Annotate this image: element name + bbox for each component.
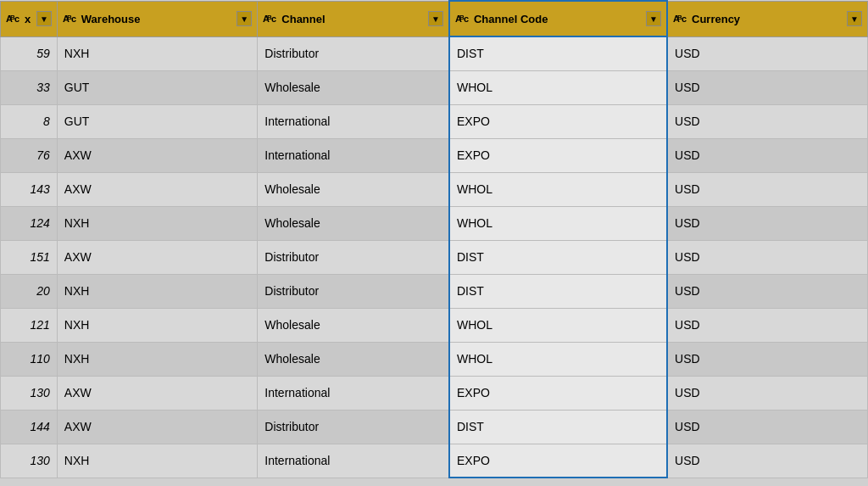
cell-currency: USD (667, 36, 867, 70)
table-row: 130NXHInternationalEXPOUSD (1, 444, 868, 478)
cell-index: 33 (1, 70, 58, 104)
cell-warehouse: NXH (57, 308, 257, 342)
cell-index: 121 (1, 308, 58, 342)
cell-warehouse: NXH (57, 36, 257, 70)
cell-warehouse: AXW (57, 138, 257, 172)
cell-channel: Wholesale (258, 342, 449, 376)
cell-channelcode: WHOL (449, 172, 667, 206)
cell-channelcode: WHOL (449, 308, 667, 342)
svg-text:c: c (464, 14, 469, 24)
cell-currency: USD (667, 308, 867, 342)
cell-channelcode: EXPO (449, 444, 667, 478)
cell-channelcode: WHOL (449, 70, 667, 104)
cell-index: 144 (1, 410, 58, 444)
cell-channel: Distributor (258, 36, 449, 70)
cell-currency: USD (667, 70, 867, 104)
cell-currency: USD (667, 206, 867, 240)
cell-channelcode: DIST (449, 410, 667, 444)
table-row: 110NXHWholesaleWHOLUSD (1, 342, 868, 376)
cell-warehouse: AXW (57, 376, 257, 410)
abc-sort-icon-index: ABc (6, 12, 21, 25)
col-currency-label: Currency (692, 13, 740, 25)
cell-channel: Wholesale (258, 172, 449, 206)
cell-currency: USD (667, 274, 867, 308)
cell-channelcode: EXPO (449, 104, 667, 138)
cell-warehouse: NXH (57, 274, 257, 308)
cell-channelcode: DIST (449, 240, 667, 274)
table-row: 124NXHWholesaleWHOLUSD (1, 206, 868, 240)
cell-channel: Distributor (258, 274, 449, 308)
col-warehouse-dropdown[interactable]: ▼ (236, 11, 252, 26)
col-channelcode-label: Channel Code (474, 13, 548, 25)
table-row: 8GUTInternationalEXPOUSD (1, 104, 868, 138)
table-row: 143AXWWholesaleWHOLUSD (1, 172, 868, 206)
cell-index: 130 (1, 444, 58, 478)
table-header-row: ABc x ▼ ABc Warehouse (1, 1, 868, 36)
col-channel-dropdown[interactable]: ▼ (428, 11, 443, 26)
col-header-channelcode: ABc Channel Code ▼ (449, 1, 667, 36)
abc-sort-icon-currency: ABc (673, 12, 688, 25)
col-channelcode-dropdown[interactable]: ▼ (646, 11, 661, 26)
cell-channelcode: DIST (449, 274, 667, 308)
cell-channel: International (258, 376, 449, 410)
cell-channelcode: WHOL (449, 206, 667, 240)
table-row: 59NXHDistributorDISTUSD (1, 36, 868, 70)
cell-warehouse: NXH (57, 342, 257, 376)
cell-index: 124 (1, 206, 58, 240)
cell-warehouse: AXW (57, 410, 257, 444)
col-index-dropdown[interactable]: ▼ (36, 11, 52, 26)
cell-currency: USD (667, 138, 867, 172)
cell-channel: Distributor (258, 240, 449, 274)
cell-currency: USD (667, 240, 867, 274)
cell-channelcode: EXPO (449, 138, 667, 172)
cell-channel: International (258, 138, 449, 172)
cell-index: 151 (1, 240, 58, 274)
cell-currency: USD (667, 410, 867, 444)
col-channel-label: Channel (281, 13, 325, 25)
table-row: 121NXHWholesaleWHOLUSD (1, 308, 868, 342)
cell-warehouse: NXH (57, 206, 257, 240)
cell-index: 59 (1, 36, 58, 70)
cell-index: 143 (1, 172, 58, 206)
cell-warehouse: GUT (57, 70, 257, 104)
col-index-label: x (25, 13, 31, 25)
table-row: 130AXWInternationalEXPOUSD (1, 376, 868, 410)
data-table: ABc x ▼ ABc Warehouse (0, 0, 868, 486)
cell-index: 20 (1, 274, 58, 308)
cell-index: 76 (1, 138, 58, 172)
svg-text:c: c (682, 14, 687, 24)
cell-currency: USD (667, 342, 867, 376)
cell-index: 110 (1, 342, 58, 376)
cell-index: 8 (1, 104, 58, 138)
abc-sort-icon-warehouse: ABc (63, 12, 78, 25)
cell-channel: Distributor (258, 410, 449, 444)
cell-warehouse: AXW (57, 172, 257, 206)
svg-text:c: c (14, 14, 19, 24)
abc-sort-icon-channelcode: ABc (455, 12, 470, 25)
table-row: 76AXWInternationalEXPOUSD (1, 138, 868, 172)
cell-warehouse: AXW (57, 240, 257, 274)
cell-index: 130 (1, 376, 58, 410)
cell-warehouse: GUT (57, 104, 257, 138)
cell-warehouse: NXH (57, 444, 257, 478)
svg-text:c: c (71, 14, 76, 24)
table-row: 151AXWDistributorDISTUSD (1, 240, 868, 274)
cell-channel: Wholesale (258, 308, 449, 342)
cell-channelcode: EXPO (449, 376, 667, 410)
table-row: 20NXHDistributorDISTUSD (1, 274, 868, 308)
abc-sort-icon-channel: ABc (263, 12, 278, 25)
col-header-index: ABc x ▼ (1, 1, 58, 36)
cell-channel: Wholesale (258, 70, 449, 104)
cell-currency: USD (667, 104, 867, 138)
col-currency-dropdown[interactable]: ▼ (847, 11, 862, 26)
cell-channelcode: DIST (449, 36, 667, 70)
cell-currency: USD (667, 444, 867, 478)
svg-text:c: c (271, 14, 276, 24)
cell-channel: Wholesale (258, 206, 449, 240)
col-header-currency: ABc Currency ▼ (667, 1, 867, 36)
cell-currency: USD (667, 376, 867, 410)
cell-channel: International (258, 444, 449, 478)
table-row: 144AXWDistributorDISTUSD (1, 410, 868, 444)
cell-channelcode: WHOL (449, 342, 667, 376)
cell-channel: International (258, 104, 449, 138)
